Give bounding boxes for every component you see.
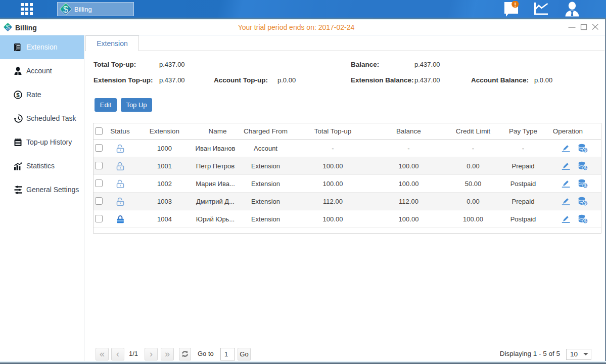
svg-text:$: $ xyxy=(63,5,68,15)
svg-text:$: $ xyxy=(6,23,10,31)
svg-text:!: ! xyxy=(514,2,516,8)
svg-text:$: $ xyxy=(16,92,20,98)
